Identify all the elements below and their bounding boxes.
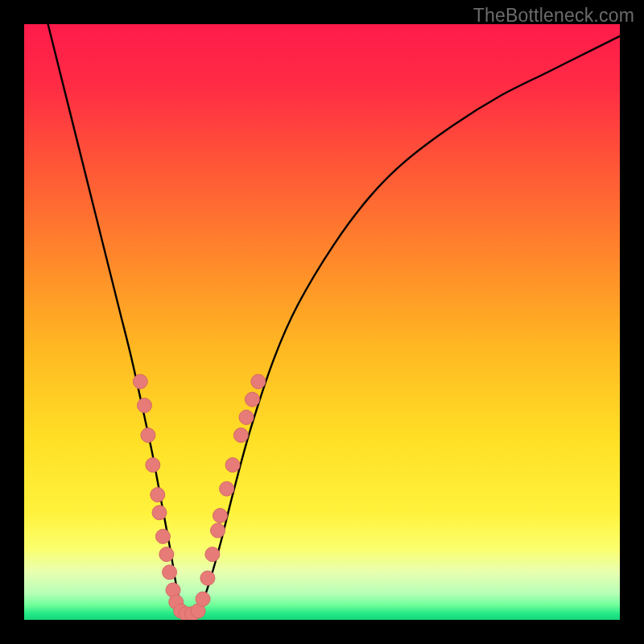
data-dot (163, 565, 177, 580)
data-dot (225, 458, 240, 473)
data-dot (213, 509, 227, 523)
data-dot (196, 592, 210, 606)
data-dot (220, 481, 234, 496)
data-dot (200, 571, 215, 585)
data-dot (233, 428, 248, 443)
data-dot (137, 398, 151, 413)
data-dot (155, 529, 170, 543)
data-dot (133, 374, 147, 389)
data-dot (146, 458, 160, 473)
outer-frame: TheBottleneck.com (0, 0, 644, 644)
data-dot (251, 374, 266, 389)
data-dot (211, 523, 225, 538)
chart-svg (24, 24, 620, 620)
data-dot (152, 506, 167, 520)
data-dot (239, 410, 254, 424)
data-dot (245, 392, 259, 407)
data-dot (205, 547, 220, 562)
plot-area (24, 24, 620, 620)
watermark-text: TheBottleneck.com (473, 5, 634, 27)
data-dot (141, 428, 155, 443)
data-dot (151, 488, 165, 502)
gradient-background (24, 24, 620, 620)
data-dot (159, 547, 174, 562)
